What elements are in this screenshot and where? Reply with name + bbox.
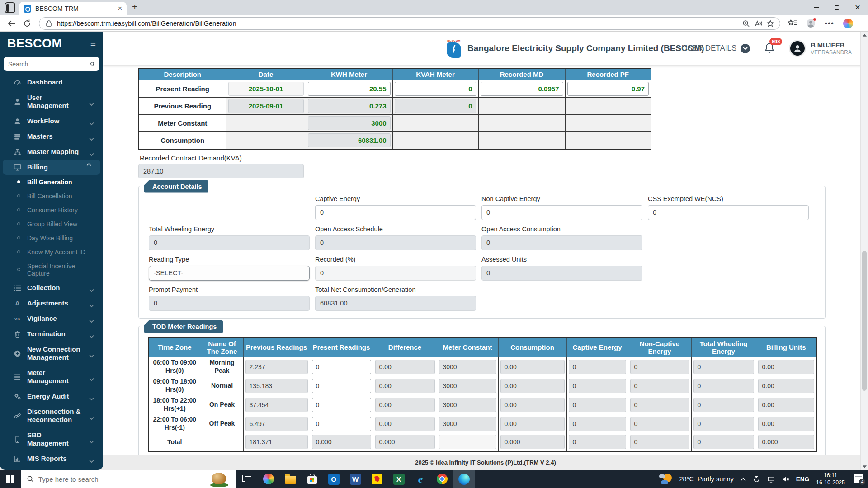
cell-value[interactable]: 0.97 bbox=[567, 82, 649, 96]
sidebar-item-workflow[interactable]: WorkFlow bbox=[0, 113, 103, 129]
sidebar-item-vigilance[interactable]: VKVigilance bbox=[0, 311, 103, 326]
close-button[interactable]: ✕ bbox=[847, 0, 868, 15]
read-aloud-icon[interactable] bbox=[754, 19, 762, 28]
minimize-button[interactable] bbox=[806, 0, 826, 15]
search-icon[interactable] bbox=[90, 61, 95, 67]
non-captive-energy-input[interactable]: 0 bbox=[481, 205, 642, 220]
maximize-button[interactable] bbox=[826, 0, 847, 15]
table-cell: 0.000 bbox=[756, 433, 816, 451]
form-field-reading-type: Reading Type-SELECT- bbox=[149, 256, 310, 281]
taskbar-tray: 28°C Partly sunny ENG 16:11 16-10-2025 bbox=[659, 472, 868, 487]
sidebar-item-sbd-management[interactable]: SBD Management bbox=[0, 427, 103, 451]
tab-actions-icon[interactable] bbox=[5, 2, 15, 13]
favorites-bar-icon[interactable] bbox=[788, 19, 797, 28]
user-details-dropdown[interactable]: USER DETAILS bbox=[682, 44, 750, 53]
cell-value[interactable]: 0 bbox=[312, 398, 371, 412]
tod-time-zone: Total bbox=[148, 433, 201, 451]
sidebar-item-bill-generation[interactable]: Bill Generation bbox=[0, 175, 103, 189]
back-icon[interactable] bbox=[6, 19, 15, 28]
settings-menu-icon[interactable]: ••• bbox=[825, 19, 834, 28]
sidebar-item-new-connection-management[interactable]: New Connection Management bbox=[0, 342, 103, 365]
row-label: Consumption bbox=[139, 131, 226, 149]
sidebar-item-bill-cancellation[interactable]: Bill Cancellation bbox=[0, 189, 103, 203]
copilot-icon[interactable] bbox=[843, 19, 853, 28]
scroll-up-arrow[interactable] bbox=[861, 32, 868, 38]
network-tray-icon[interactable] bbox=[767, 475, 775, 483]
taskbar-app-chrome[interactable] bbox=[431, 470, 453, 488]
sidebar-item-billing[interactable]: Billing bbox=[3, 160, 100, 175]
cell-value[interactable]: 0.0957 bbox=[481, 82, 563, 96]
bullet-icon bbox=[17, 222, 20, 225]
hamburger-menu-icon[interactable]: ≡ bbox=[90, 39, 96, 48]
sidebar-item-disconnection-reconnection[interactable]: Disconnection & Reconnection bbox=[0, 404, 103, 427]
cell-value: 6.497 bbox=[245, 417, 308, 431]
tod-row: 09:00 To 18:00 Hrs(0)Normal135.18300.003… bbox=[148, 376, 816, 395]
taskbar-app-quick-heal[interactable] bbox=[366, 470, 388, 488]
user-menu[interactable]: B MUJEEB VEERASANDRA bbox=[789, 40, 852, 57]
table-cell: 0 bbox=[566, 414, 628, 433]
tod-row: Total181.3710.0000.0000.0000000.000 bbox=[148, 433, 816, 451]
taskbar-app-internet-explorer[interactable]: e bbox=[410, 470, 431, 488]
sidebar-item-special-incentive-capture[interactable]: Special Incentive Capture bbox=[0, 259, 103, 280]
sidebar-item-mis-reports[interactable]: MIS Reports bbox=[0, 451, 103, 466]
new-tab-button[interactable]: + bbox=[132, 1, 137, 12]
notification-bell-icon[interactable]: 898 bbox=[764, 42, 775, 55]
profile-icon[interactable] bbox=[806, 19, 816, 28]
sidebar-item-user-management[interactable]: User Management bbox=[0, 90, 103, 113]
sidebar-item-energy-audit[interactable]: Energy Audit bbox=[0, 389, 103, 404]
search-highlight-image[interactable] bbox=[210, 471, 228, 488]
toolbar-right: ••• bbox=[788, 19, 853, 28]
cell-value[interactable]: 0 bbox=[395, 82, 476, 96]
sidebar-item-group-billed-view[interactable]: Group Billed View bbox=[0, 217, 103, 231]
taskbar-app-outlook[interactable]: O bbox=[323, 470, 344, 488]
language-indicator[interactable]: ENG bbox=[796, 476, 809, 483]
sidebar-item-termination[interactable]: Termination bbox=[0, 326, 103, 342]
notification-center-icon[interactable]: 4 bbox=[854, 474, 863, 483]
cell-value[interactable]: 20.55 bbox=[308, 82, 391, 96]
sidebar-item-know-my-account-id[interactable]: Know My Account ID bbox=[0, 245, 103, 259]
zoom-icon[interactable] bbox=[742, 19, 750, 28]
cell-value[interactable]: 2025-10-01 bbox=[228, 82, 304, 96]
reading-type-input[interactable]: -SELECT- bbox=[149, 266, 310, 281]
cell-value[interactable]: 0 bbox=[312, 417, 371, 431]
sidebar-item-dashboard[interactable]: Dashboard bbox=[0, 75, 103, 90]
sidebar-item-collection[interactable]: Collection bbox=[0, 280, 103, 296]
sidebar-item-consumer-history[interactable]: Consumer History bbox=[0, 203, 103, 217]
css-exempted-we-ncs-input[interactable]: 0 bbox=[648, 205, 809, 220]
sidebar-item-masters[interactable]: Masters bbox=[0, 129, 103, 144]
browser-tab[interactable]: BESCOM-TRM × bbox=[19, 2, 127, 15]
taskbar-app-store[interactable] bbox=[301, 470, 323, 488]
refresh-icon[interactable] bbox=[23, 19, 32, 28]
taskbar-search-input[interactable] bbox=[38, 475, 230, 483]
taskbar-search[interactable] bbox=[21, 470, 236, 488]
volume-tray-icon[interactable] bbox=[782, 475, 789, 483]
taskbar-app-word[interactable]: W bbox=[344, 470, 366, 488]
cell-value[interactable]: 0 bbox=[312, 360, 371, 374]
favorite-star-icon[interactable] bbox=[766, 19, 774, 28]
field-label: Reading Type bbox=[149, 256, 310, 263]
sidebar-item-adjustments[interactable]: AAdjustments bbox=[0, 296, 103, 311]
tray-expand-icon[interactable] bbox=[741, 475, 746, 483]
sidebar-search-input[interactable] bbox=[8, 61, 90, 68]
weather-widget[interactable]: 28°C Partly sunny bbox=[679, 475, 734, 483]
chevron-down-icon bbox=[89, 135, 94, 138]
scroll-down-arrow[interactable] bbox=[861, 463, 868, 470]
sync-tray-icon[interactable] bbox=[753, 475, 760, 483]
taskbar-app-copilot[interactable] bbox=[258, 470, 279, 488]
address-bar[interactable]: https://bescom.trm.ieasybill.com/BillGen… bbox=[39, 17, 780, 30]
taskbar-app-edge[interactable] bbox=[453, 470, 475, 488]
cell-value[interactable]: 0 bbox=[312, 379, 371, 393]
user-icon bbox=[14, 117, 21, 125]
taskbar-app-file-explorer[interactable] bbox=[279, 470, 301, 488]
sidebar-item-meter-management[interactable]: Meter Management bbox=[0, 365, 103, 389]
tab-close-icon[interactable]: × bbox=[118, 5, 122, 12]
taskbar-app-excel[interactable]: X bbox=[388, 470, 410, 488]
captive-energy-input[interactable]: 0 bbox=[315, 205, 476, 220]
taskbar-app-task-view[interactable] bbox=[236, 470, 258, 488]
form-field-css-exempted-we-ncs: CSS Exempted WE(NCS)0 bbox=[648, 195, 809, 220]
scrollbar-thumb[interactable] bbox=[862, 251, 867, 391]
sidebar-item-day-wise-billing[interactable]: Day Wise Billing bbox=[0, 231, 103, 245]
taskbar-clock[interactable]: 16:11 16-10-2025 bbox=[816, 472, 845, 487]
start-button[interactable] bbox=[0, 470, 21, 488]
sidebar-item-master-mapping[interactable]: Master Mapping bbox=[0, 144, 103, 160]
